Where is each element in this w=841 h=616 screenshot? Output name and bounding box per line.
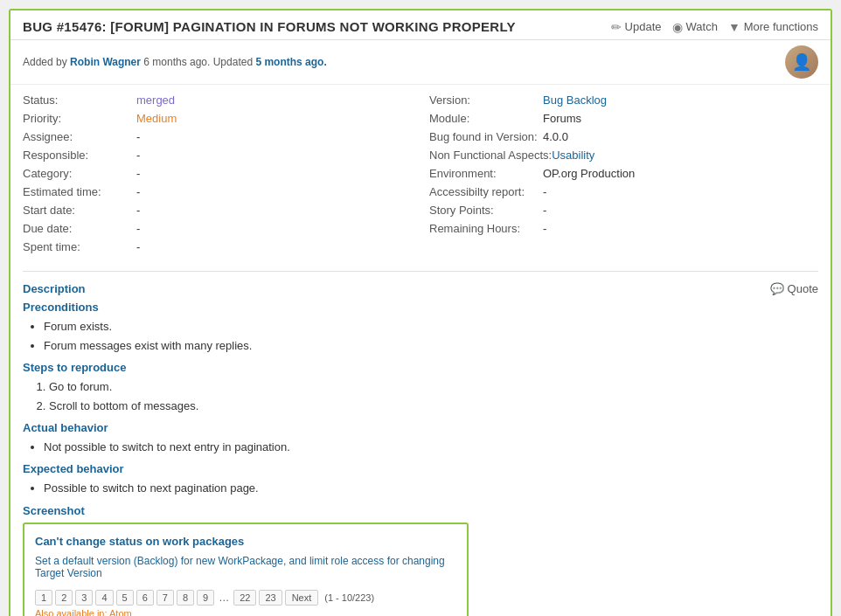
meta-bar: Added by Robin Wagner 6 months ago. Upda… [10,40,831,85]
steps-list: Go to forum. Scroll to bottom of message… [49,377,818,416]
preconditions-heading: Preconditions [23,301,818,314]
page-22[interactable]: 22 [233,590,256,606]
pagination-dots: … [217,592,231,604]
description-header: Description 💬 Quote [23,282,818,295]
category-field: Category: - [23,167,412,180]
meta-info: Added by Robin Wagner 6 months ago. Upda… [23,56,327,68]
assignee-label: Assignee: [23,130,136,143]
remaining-value: - [543,222,546,235]
quote-icon: 💬 [770,282,784,295]
atom-link[interactable]: Also available in: Atom [35,608,132,616]
pagination-info: (1 - 10/223) [324,592,374,603]
steps-heading: Steps to reproduce [23,361,818,374]
page-title: BUG #15476: [FORUM] PAGINATION IN FORUMS… [23,19,516,34]
main-container: BUG #15476: [FORUM] PAGINATION IN FORUMS… [9,9,832,616]
updated-prefix: Updated [213,56,253,68]
list-item: Forum messages exist with many replies. [44,336,818,356]
start-date-value: - [136,204,140,217]
pagination-demo: 1 2 3 4 5 6 7 8 9 … 22 23 Next (1 - 10/2… [35,590,456,616]
remaining-field: Remaining Hours: - [429,222,818,235]
eye-icon: ◉ [672,20,683,34]
header: BUG #15476: [FORUM] PAGINATION IN FORUMS… [10,10,831,40]
actual-heading: Actual behavior [23,421,818,434]
more-functions-button[interactable]: ▼ More functions [728,20,818,34]
nonfunctional-value[interactable]: Usability [552,149,594,162]
fields-section: Status: merged Priority: Medium Assignee… [10,85,831,267]
list-item: Scroll to bottom of messages. [49,397,818,416]
pencil-icon: ✏ [611,20,622,34]
updated-ago: 5 months ago. [255,56,326,68]
watch-button[interactable]: ◉ Watch [672,20,718,34]
bugfound-value: 4.0.0 [543,130,568,143]
module-value: Forums [543,112,581,125]
estimated-value: - [136,185,140,198]
version-field: Version: Bug Backlog [429,93,818,107]
module-field: Module: Forums [429,112,818,125]
status-label: Status: [23,93,136,107]
page-5[interactable]: 5 [116,590,134,606]
due-date-value: - [136,222,140,235]
start-date-label: Start date: [23,204,136,217]
status-field: Status: merged [23,93,412,107]
remaining-label: Remaining Hours: [429,222,543,235]
priority-field: Priority: Medium [23,112,412,125]
update-button[interactable]: ✏ Update [611,20,662,34]
update-label: Update [625,20,662,33]
description-section: Description 💬 Quote Preconditions Forum … [10,279,831,616]
environment-label: Environment: [429,167,543,180]
quote-button[interactable]: 💬 Quote [770,282,818,295]
page-3[interactable]: 3 [75,590,93,606]
page-1[interactable]: 1 [35,590,52,606]
page-6[interactable]: 6 [136,590,154,606]
page-23[interactable]: 23 [259,590,281,606]
accessibility-field: Accessibilty report: - [429,185,818,198]
estimated-field: Estimated time: - [23,185,412,198]
actual-list: Not possible to switch to next entry in … [44,438,818,457]
preconditions-list: Forum exists. Forum messages exist with … [44,317,818,356]
start-date-field: Start date: - [23,204,412,217]
expected-heading: Expected behavior [23,462,818,475]
page-2[interactable]: 2 [55,590,73,606]
responsible-value: - [136,149,140,162]
description-heading[interactable]: Description [23,282,86,295]
page-7[interactable]: 7 [156,590,174,606]
status-value: merged [136,93,175,107]
avatar: 👤 [785,45,818,79]
environment-field: Environment: OP.org Production [429,167,818,180]
priority-label: Priority: [23,112,136,125]
screenshot-title: Can't change status on work packages [35,535,456,548]
version-label: Version: [429,93,543,107]
nonfunctional-field: Non Functional Aspects: Usability [429,149,818,162]
pagination-next[interactable]: Next [285,590,319,606]
category-label: Category: [23,167,136,180]
category-value: - [136,167,140,180]
bugfound-label: Bug found in Version: [429,130,543,143]
screenshot-box: Can't change status on work packages Set… [23,523,469,616]
section-divider [23,271,818,272]
author-link[interactable]: Robin Wagner [70,56,141,68]
watch-label: Watch [686,20,718,33]
spent-time-label: Spent time: [23,240,136,253]
screenshot-heading: Screenshot [23,504,818,517]
list-item: Go to forum. [49,377,818,397]
accessibility-label: Accessibilty report: [429,185,543,198]
version-value[interactable]: Bug Backlog [543,93,607,107]
fields-left: Status: merged Priority: Medium Assignee… [23,93,412,259]
assignee-field: Assignee: - [23,130,412,143]
due-date-field: Due date: - [23,222,412,235]
caret-down-icon: ▼ [728,20,740,34]
environment-value: OP.org Production [543,167,635,180]
added-by-text: Added by [23,56,67,68]
due-date-label: Due date: [23,222,136,235]
page-9[interactable]: 9 [197,590,214,606]
responsible-field: Responsible: - [23,149,412,162]
page-4[interactable]: 4 [95,590,113,606]
nonfunctional-label: Non Functional Aspects: [429,149,552,162]
page-8[interactable]: 8 [177,590,194,606]
added-ago: 6 months ago. [143,56,210,68]
quote-label: Quote [788,282,818,295]
estimated-label: Estimated time: [23,185,136,198]
story-label: Story Points: [429,204,543,217]
spent-time-field: Spent time: - [23,240,412,253]
story-field: Story Points: - [429,204,818,217]
